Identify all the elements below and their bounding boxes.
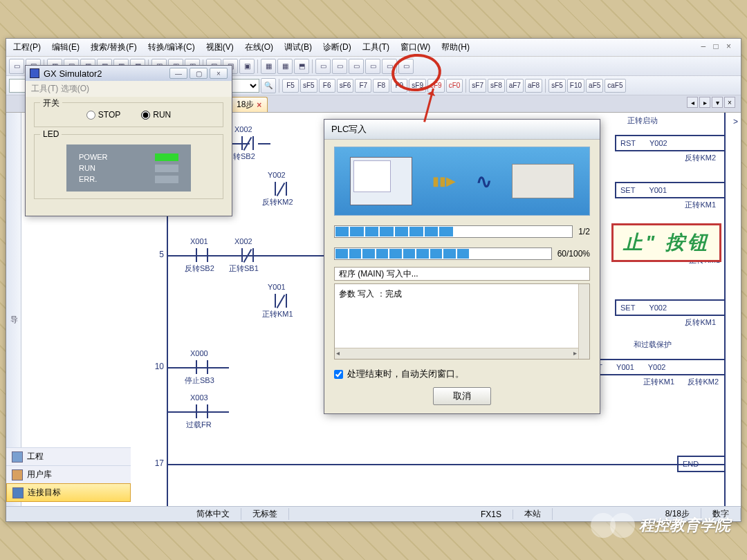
menu-view[interactable]: 视图(V) xyxy=(203,40,237,55)
radio-stop[interactable]: STOP xyxy=(86,110,120,120)
progress-2-label: 60/100% xyxy=(557,249,590,259)
rung-number: 17 xyxy=(140,458,164,468)
contact-label: 反转KM2 xyxy=(262,197,293,207)
watermark: 程控教育学院 xyxy=(591,513,730,538)
rung-title: 正转启动 xyxy=(627,115,658,126)
tb-fkey[interactable]: sF5 xyxy=(548,79,566,93)
sim-menu-bar[interactable]: 工具(T) 选项(O) xyxy=(26,81,232,97)
tb-fkey[interactable]: cF0 xyxy=(446,79,463,93)
tb-sim-icon[interactable]: ▦ xyxy=(261,59,276,74)
nav-userlib[interactable]: 用户库 xyxy=(6,465,131,483)
menu-online[interactable]: 在线(O) xyxy=(242,40,276,55)
menu-project[interactable]: 工程(P) xyxy=(10,40,44,55)
contact-no[interactable] xyxy=(192,248,212,262)
tb-fkey[interactable]: sF8 xyxy=(488,79,505,93)
menu-tools[interactable]: 工具(T) xyxy=(360,40,392,55)
tb-fkey[interactable]: caF5 xyxy=(605,79,625,93)
cancel-button[interactable]: 取消 xyxy=(433,387,491,405)
menu-bar: 工程(P) 编辑(E) 搜索/替换(F) 转换/编译(C) 视图(V) 在线(O… xyxy=(6,39,741,57)
tb-search-icon[interactable]: 🔍 xyxy=(261,78,276,93)
coil-label: 反转KM2 xyxy=(688,377,719,387)
tb-fkey[interactable]: F6 xyxy=(319,79,335,93)
document-tab[interactable]: 18步 × xyxy=(230,97,268,112)
rung-number: 10 xyxy=(140,362,164,371)
tb-fkey[interactable]: F10 xyxy=(567,79,584,93)
coil-output: SETY001 xyxy=(615,182,726,198)
contact-label: 停止SB3 xyxy=(185,375,214,386)
scrollbar-h[interactable]: ◂▸ xyxy=(335,348,578,359)
tb-sim-icon[interactable]: ▦ xyxy=(277,59,293,74)
tb-fkey[interactable]: sF7 xyxy=(469,79,486,93)
contact-label: 反转SB2 xyxy=(185,263,214,274)
menu-diagnose[interactable]: 诊断(D) xyxy=(320,40,354,55)
tb-fkey[interactable]: sF6 xyxy=(337,79,354,93)
contact-nc[interactable] xyxy=(270,294,291,308)
plc-device-icon xyxy=(512,164,574,198)
tb-btn[interactable]: ▭ xyxy=(365,59,380,74)
contact-no[interactable] xyxy=(192,360,212,374)
tb-btn[interactable]: ▣ xyxy=(239,59,255,74)
plc-transfer-graphic: ▮▮▶ ∿ xyxy=(334,147,590,216)
tb-btn[interactable]: ▭ xyxy=(315,59,331,74)
auto-close-checkbox[interactable]: 处理结束时，自动关闭窗口。 xyxy=(334,368,590,380)
tb-fkey[interactable]: aF5 xyxy=(586,79,603,93)
minimize-icon[interactable]: — xyxy=(169,68,187,79)
contact-addr: X001 xyxy=(190,237,208,245)
plc-titlebar[interactable]: PLC写入 xyxy=(324,120,600,140)
run-led xyxy=(155,165,178,172)
nav-connection[interactable]: 连接目标 xyxy=(6,483,131,502)
nav-project[interactable]: 工程 xyxy=(6,447,131,465)
plc-log[interactable]: 参数 写入 ：完成 ◂▸ xyxy=(334,283,590,360)
wechat-icon xyxy=(610,513,635,538)
tb-fkey[interactable]: aF7 xyxy=(506,79,524,93)
menu-window[interactable]: 窗口(W) xyxy=(398,40,433,55)
tb-fkey[interactable]: sF5 xyxy=(300,79,317,93)
tb-fkey[interactable]: F7 xyxy=(355,79,371,93)
err-led xyxy=(155,176,178,183)
status-lang: 简体中文 xyxy=(185,508,241,520)
menu-help[interactable]: 帮助(H) xyxy=(439,40,472,55)
tab-close-all-icon[interactable]: × xyxy=(724,97,735,108)
tb-fkey[interactable]: F8 xyxy=(373,79,389,93)
window-controls[interactable]: – □ × xyxy=(698,40,737,55)
contact-no[interactable] xyxy=(192,404,212,418)
contact-addr: X002 xyxy=(234,237,252,245)
menu-compile[interactable]: 转换/编译(C) xyxy=(145,40,198,55)
tab-nav: ◂ ▸ ▾ × xyxy=(687,97,738,112)
tab-close-icon[interactable]: × xyxy=(257,100,261,110)
group-title: 开关 xyxy=(40,97,62,109)
close-icon[interactable]: × xyxy=(210,68,228,79)
monitor-icon xyxy=(12,487,24,498)
tb-write-icon[interactable]: ⬒ xyxy=(294,59,309,74)
contact-nc[interactable] xyxy=(237,248,258,262)
tb-fkey[interactable]: F5 xyxy=(282,79,299,93)
contact-addr: X002 xyxy=(234,125,252,133)
led-label: POWER xyxy=(79,153,108,161)
menu-edit[interactable]: 编辑(E) xyxy=(49,40,82,55)
led-group: LED POWER RUN ERR. xyxy=(34,134,223,199)
contact-nc[interactable] xyxy=(237,136,258,150)
tab-prev-icon[interactable]: ◂ xyxy=(687,97,698,108)
contact-addr: X003 xyxy=(190,393,208,402)
maximize-icon[interactable]: ▢ xyxy=(190,68,208,79)
tab-menu-icon[interactable]: ▾ xyxy=(712,97,723,108)
tb-btn[interactable]: ▭ xyxy=(349,59,364,74)
menu-debug[interactable]: 调试(B) xyxy=(282,40,315,55)
menu-find[interactable]: 搜索/替换(F) xyxy=(88,40,140,55)
coil-output: SETY002 xyxy=(615,299,726,316)
tab-next-icon[interactable]: ▸ xyxy=(699,97,710,108)
contact-nc[interactable] xyxy=(270,182,291,196)
tb-new-icon[interactable]: ▭ xyxy=(9,59,24,74)
checkbox-input[interactable] xyxy=(334,370,343,379)
tb-btn[interactable]: ▭ xyxy=(332,59,347,74)
progress-1-label: 1/2 xyxy=(578,227,590,236)
app-icon xyxy=(30,68,39,78)
scrollbar-v[interactable] xyxy=(578,284,589,359)
scroll-indicator: > xyxy=(733,117,738,127)
status-station: 本站 xyxy=(513,508,553,520)
tb-fkey[interactable]: aF8 xyxy=(525,79,542,93)
coil-output: STY001Y002 xyxy=(587,359,726,375)
sim-titlebar[interactable]: GX Simulator2 — ▢ × xyxy=(26,66,232,81)
radio-run[interactable]: RUN xyxy=(141,110,171,120)
folder-icon xyxy=(12,469,23,480)
